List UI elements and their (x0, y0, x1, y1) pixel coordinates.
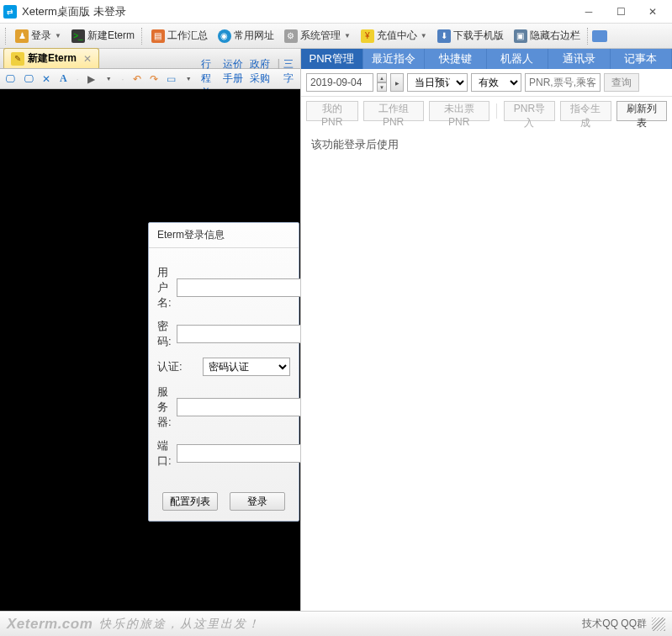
date-input[interactable] (306, 73, 373, 92)
font-icon[interactable]: A (59, 72, 67, 86)
main-toolbar: ♟ 登录 ▼ >_ 新建Eterm ▤ 工作汇总 ◉ 常用网址 ⚙ 系统管理 ▼… (0, 24, 672, 49)
valid-select[interactable]: 有效 (471, 73, 521, 92)
filter-row: ▲ ▼ ▶ 当日预订 有效 查询 (301, 69, 672, 97)
chevron-down-icon: ▼ (55, 32, 61, 40)
close-button[interactable]: ✕ (637, 1, 669, 23)
chevron-down-icon[interactable]: ▼ (104, 72, 113, 86)
pnr-button-row: 我的PNR 工作组PNR 未出票PNR PNR导入 指令生成 刷新列表 (301, 97, 672, 125)
username-label: 用户名: (157, 265, 172, 310)
refresh-list-button[interactable]: 刷新列表 (616, 101, 667, 121)
username-input[interactable] (177, 278, 300, 297)
document-tab[interactable]: ✎ 新建Eterm ✕ (3, 48, 99, 68)
report-icon: ▤ (151, 29, 165, 43)
minimize-button[interactable]: ─ (573, 1, 605, 23)
titlebar: ⇄ Xeterm桌面版 未登录 ─ ☐ ✕ (0, 0, 672, 24)
group-pnr-button[interactable]: 工作组PNR (363, 101, 424, 121)
chevron-down-icon: ▼ (344, 32, 351, 40)
monitor-icon[interactable]: 🖵 (5, 72, 15, 86)
login-dialog-title: Eterm登录信息 (149, 223, 299, 248)
redo-icon[interactable]: ↷ (150, 72, 158, 86)
gen-cmd-button[interactable]: 指令生成 (560, 101, 611, 121)
doc-icon: ✎ (11, 52, 24, 66)
statusbar: Xeterm.com 快乐的旅途，从这里出发！ 技术QQ QQ群 (0, 611, 672, 636)
terminal-toolbar: 🖵 🖵 ✕ A · ▶ ▼ · ↶ ↷ ▭ ▼ 行程单 运价手册 政府采购 | … (0, 69, 300, 89)
app-icon: ⇄ (3, 5, 17, 19)
tab-contacts[interactable]: 通讯录 (548, 49, 611, 69)
new-eterm-button[interactable]: >_ 新建Eterm (66, 27, 140, 45)
date-next-button[interactable]: ▶ (390, 73, 404, 92)
right-pane: PNR管理 最近指令 快捷键 机器人 通讯录 记事本 ▲ ▼ ▶ 当日预订 有效… (301, 49, 672, 611)
tab-close-icon[interactable]: ✕ (83, 53, 92, 65)
date-up-button[interactable]: ▲ (377, 73, 387, 82)
tab-recent-cmd[interactable]: 最近指令 (363, 49, 426, 69)
server-input[interactable] (177, 398, 300, 416)
resize-grip-icon[interactable] (652, 617, 665, 631)
window-title: Xeterm桌面版 未登录 (22, 4, 573, 19)
password-input[interactable] (177, 325, 300, 343)
unticketed-pnr-button[interactable]: 未出票PNR (429, 101, 489, 121)
booking-select[interactable]: 当日预订 (407, 73, 468, 92)
pnr-import-button[interactable]: PNR导入 (504, 101, 556, 121)
tab-notes[interactable]: 记事本 (611, 49, 673, 69)
login-dialog: Eterm登录信息 用户名: 密码: 认证: 密码认证 (148, 222, 299, 522)
tab-robot[interactable]: 机器人 (487, 49, 549, 69)
hide-sidebar-button[interactable]: ▣ 隐藏右边栏 (509, 27, 585, 45)
server-label: 服务器: (157, 384, 172, 430)
auth-label: 认证: (157, 359, 198, 374)
left-pane: ✎ 新建Eterm ✕ 🖵 🖵 ✕ A · ▶ ▼ · ↶ ↷ ▭ ▼ 行程单 … (0, 49, 301, 611)
port-input[interactable] (177, 444, 300, 463)
auth-select[interactable]: 密码认证 (203, 358, 290, 376)
common-sites-button[interactable]: ◉ 常用网址 (213, 27, 279, 45)
system-mgmt-menu[interactable]: ⚙ 系统管理 ▼ (279, 27, 356, 45)
window-icon[interactable]: ▭ (167, 72, 176, 86)
terminal-icon: >_ (71, 29, 85, 43)
chevron-down-icon[interactable]: ▼ (184, 72, 193, 86)
coin-icon: ¥ (361, 29, 374, 43)
tab-pnr-mgmt[interactable]: PNR管理 (301, 49, 363, 69)
side-tabs: PNR管理 最近指令 快捷键 机器人 通讯录 记事本 (301, 49, 672, 69)
login-button[interactable]: 登录 (230, 492, 285, 511)
query-button[interactable]: 查询 (604, 73, 639, 92)
login-menu[interactable]: ♟ 登录 ▼ (10, 27, 66, 45)
undo-icon[interactable]: ↶ (133, 72, 141, 86)
download-mobile-button[interactable]: ⬇ 下载手机版 (432, 27, 509, 45)
recharge-menu[interactable]: ¥ 充值中心 ▼ (356, 27, 432, 45)
chevron-down-icon: ▼ (421, 32, 427, 40)
login-required-msg: 该功能登录后使用 (301, 125, 672, 164)
globe-icon: ◉ (218, 29, 231, 43)
port-label: 端口: (157, 438, 172, 469)
panel-icon: ▣ (514, 29, 527, 43)
config-list-button[interactable]: 配置列表 (162, 492, 218, 511)
monitors-icon[interactable]: 🖵 (24, 72, 34, 86)
brand-text: Xeterm.com (7, 616, 93, 633)
slogan-text: 快乐的旅途，从这里出发！ (99, 617, 261, 632)
gear-icon: ⚙ (284, 29, 298, 43)
tools-icon[interactable]: ✕ (42, 72, 50, 86)
user-icon: ♟ (15, 29, 29, 43)
work-summary-button[interactable]: ▤ 工作汇总 (146, 27, 213, 45)
date-down-button[interactable]: ▼ (377, 82, 387, 92)
terminal-area[interactable]: Eterm登录信息 用户名: 密码: 认证: 密码认证 (0, 89, 300, 611)
status-right: 技术QQ QQ群 (582, 617, 647, 631)
tab-shortcuts[interactable]: 快捷键 (425, 49, 487, 69)
play-icon[interactable]: ▶ (87, 72, 96, 86)
my-pnr-button[interactable]: 我的PNR (306, 101, 358, 121)
maximize-button[interactable]: ☐ (605, 1, 637, 23)
download-icon: ⬇ (437, 29, 451, 43)
quick-icon[interactable] (592, 30, 607, 42)
password-label: 密码: (157, 319, 172, 349)
pnr-search-input[interactable] (525, 73, 601, 92)
document-tab-label: 新建Eterm (28, 51, 77, 66)
